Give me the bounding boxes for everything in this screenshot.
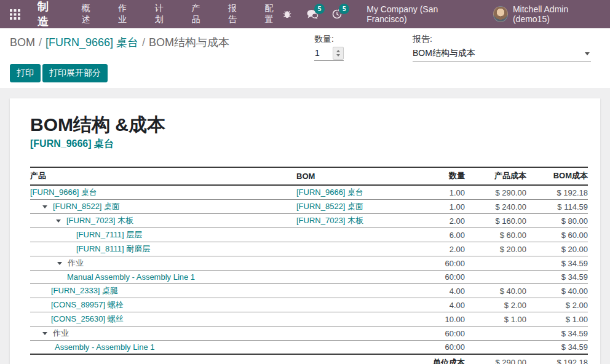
breadcrumb-bom[interactable]: BOM — [10, 36, 35, 49]
apps-grid-icon[interactable] — [10, 8, 22, 20]
messages-icon[interactable]: 5 — [306, 7, 319, 21]
product-link[interactable]: [FURN_8111] 耐磨层 — [76, 244, 150, 253]
bom-cost-cell: $ 34.59 — [526, 341, 588, 354]
bom-cost-cell: $ 34.59 — [526, 271, 588, 284]
report-type-select[interactable]: BOM结构与成本 — [413, 47, 591, 62]
quantity-cell: 4.00 — [407, 298, 465, 312]
product-cost-cell: $ 160.00 — [465, 214, 526, 228]
menu-configuration[interactable]: 配置 — [264, 1, 282, 28]
collapse-caret-icon[interactable] — [42, 205, 47, 208]
messages-badge: 5 — [314, 4, 325, 14]
table-row: Assembly - Assembly Line 160:00$ 34.59 — [30, 341, 588, 354]
bom-link[interactable]: [FURN_9666] 桌台 — [296, 188, 363, 197]
quantity-value[interactable]: 1 — [314, 47, 333, 60]
app-name[interactable]: 制造 — [38, 0, 60, 29]
total-bom-cost: $ 192.18 — [526, 354, 588, 364]
operations-label: 作业 — [53, 328, 69, 338]
menu-reporting[interactable]: 报告 — [227, 1, 245, 28]
product-cost-cell — [465, 326, 526, 341]
product-link[interactable]: [FURN_8522] 桌面 — [53, 202, 120, 211]
bom-cell — [296, 284, 407, 298]
menu-planning[interactable]: 计划 — [154, 1, 172, 28]
bom-cost-cell: $ 114.59 — [526, 200, 588, 214]
product-link[interactable]: [CONS_25630] 螺丝 — [51, 314, 124, 323]
report-title: BOM结构 &成本 — [30, 114, 578, 135]
quantity-label: 数量: — [314, 34, 344, 45]
product-link[interactable]: Assembly - Assembly Line 1 — [55, 342, 155, 352]
empty-cell — [296, 354, 407, 364]
company-switcher[interactable]: My Company (San Francisco) — [366, 4, 472, 24]
product-cost-cell: $ 240.00 — [465, 200, 526, 214]
total-row: 单位成本 $ 290.00 $ 192.18 — [30, 354, 588, 364]
product-cost-cell: $ 1.00 — [465, 312, 526, 326]
bom-cost-cell: $ 192.18 — [526, 185, 588, 200]
quantity-cell: 60:00 — [407, 256, 465, 271]
product-cost-cell: $ 60.00 — [465, 228, 526, 242]
table-header-row: 产品 BOM 数量 产品成本 BOM成本 — [30, 167, 588, 185]
product-link[interactable]: [FURN_7023] 木板 — [66, 216, 133, 225]
table-row: [FURN_7111] 层层6.00$ 60.00$ 60.00 — [30, 228, 588, 242]
bom-cost-cell: $ 1.00 — [526, 312, 588, 326]
stepper-down-icon[interactable] — [336, 54, 340, 57]
activities-clock-icon[interactable]: 5 — [331, 7, 343, 21]
product-cost-cell — [465, 256, 526, 271]
product-link[interactable]: [FURN_2333] 桌腿 — [51, 286, 118, 295]
content-area: BOM结构 &成本 [FURN_9666] 桌台 产品 BOM 数量 产品成本 … — [0, 88, 610, 364]
empty-cell — [30, 354, 296, 364]
col-header-bom: BOM — [296, 167, 407, 185]
quantity-stepper[interactable] — [333, 47, 344, 60]
report-label: 报告: — [413, 34, 591, 45]
user-name: Mitchell Admin (demo15) — [513, 4, 600, 24]
menu-overview[interactable]: 概述 — [81, 1, 98, 28]
bom-link[interactable]: [FURN_7023] 木板 — [296, 216, 363, 225]
bom-cell — [296, 256, 407, 271]
collapse-caret-icon[interactable] — [56, 220, 61, 223]
quantity-cell: 2.00 — [407, 214, 465, 228]
stepper-up-icon[interactable] — [336, 50, 340, 52]
product-link[interactable]: [CONS_89957] 螺栓 — [51, 300, 124, 309]
product-link[interactable]: Manual Assembly - Assembly Line 1 — [67, 272, 195, 282]
col-header-quantity: 数量 — [407, 167, 465, 185]
bom-cell — [296, 326, 407, 341]
main-menu: 概述 作业 计划 产品 报告 配置 — [81, 1, 282, 28]
table-row: 作业60:00$ 34.59 — [30, 326, 588, 341]
col-header-bom-cost: BOM成本 — [526, 167, 588, 185]
user-menu[interactable]: Mitchell Admin (demo15) — [493, 4, 600, 24]
product-cost-cell — [465, 271, 526, 284]
product-cell: [FURN_2333] 桌腿 — [30, 284, 296, 298]
quantity-cell: 2.00 — [407, 242, 465, 256]
operations-label: 作业 — [68, 258, 84, 267]
top-navbar: 制造 概述 作业 计划 产品 报告 配置 5 — [0, 0, 610, 28]
print-button[interactable]: 打印 — [10, 64, 41, 82]
quantity-cell: 60:00 — [407, 271, 465, 284]
breadcrumb-separator: / — [39, 36, 42, 49]
print-unfolded-button[interactable]: 打印展开部分 — [42, 64, 108, 82]
bom-cell — [296, 341, 407, 354]
quantity-cell: 1.00 — [407, 200, 465, 214]
collapse-caret-icon[interactable] — [42, 332, 47, 335]
product-cell: [FURN_8522] 桌面 — [30, 200, 296, 214]
product-cell: Manual Assembly - Assembly Line 1 — [30, 271, 296, 284]
quantity-input[interactable]: 1 — [314, 47, 344, 61]
product-cost-cell: $ 2.00 — [465, 298, 526, 312]
bom-cost-cell: $ 2.00 — [526, 298, 588, 312]
bom-link[interactable]: [FURN_8522] 桌面 — [296, 202, 363, 211]
product-link[interactable]: [FURN_9666] 桌台 — [30, 188, 97, 197]
breadcrumb-product-link[interactable]: [FURN_9666] 桌台 — [46, 36, 138, 49]
product-cell: [CONS_89957] 螺栓 — [30, 298, 296, 312]
collapse-caret-icon[interactable] — [57, 262, 62, 265]
menu-products[interactable]: 产品 — [190, 1, 208, 28]
activities-badge: 5 — [339, 4, 349, 14]
product-cell: [FURN_7023] 木板 — [30, 214, 296, 228]
quantity-cell: 10.00 — [407, 312, 465, 326]
report-card: BOM结构 &成本 [FURN_9666] 桌台 产品 BOM 数量 产品成本 … — [10, 98, 600, 364]
quantity-cell: 6.00 — [407, 228, 465, 242]
product-cell: Assembly - Assembly Line 1 — [30, 341, 296, 354]
quantity-control: 数量: 1 — [314, 34, 344, 61]
product-cell: 作业 — [30, 256, 296, 271]
product-cell: 作业 — [30, 326, 296, 341]
menu-operations[interactable]: 作业 — [117, 1, 135, 28]
report-subtitle[interactable]: [FURN_9666] 桌台 — [30, 138, 578, 151]
debug-bug-icon[interactable] — [281, 7, 293, 21]
product-link[interactable]: [FURN_7111] 层层 — [76, 230, 142, 239]
